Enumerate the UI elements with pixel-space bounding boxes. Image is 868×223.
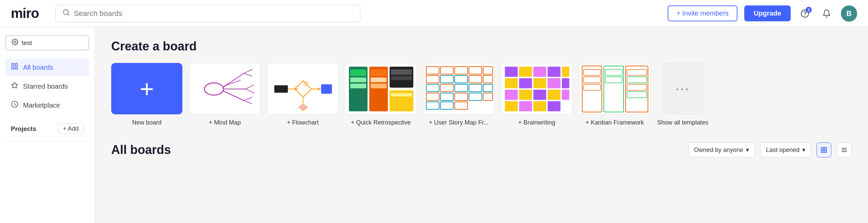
gear-icon: [12, 39, 18, 47]
svg-rect-84: [519, 90, 532, 100]
projects-section: Projects + Add: [5, 118, 89, 134]
notifications-button[interactable]: [819, 6, 834, 21]
svg-rect-77: [562, 67, 569, 77]
quick-retro-thumb: [345, 63, 416, 114]
all-boards-header: All boards Owned by anyone ▾ Last opened…: [111, 142, 852, 157]
top-navigation: miro + Invite members Upgrade 3 B: [0, 0, 868, 27]
search-input[interactable]: [74, 9, 353, 18]
brainwriting-thumb: [501, 63, 572, 114]
mind-map-thumb: [189, 63, 260, 114]
list-view-button[interactable]: [837, 142, 852, 157]
svg-rect-107: [822, 151, 824, 153]
show-all-label: Show all templates: [657, 119, 708, 126]
mind-map-label: + Mind Map: [209, 119, 241, 126]
logo: miro: [11, 6, 39, 21]
help-button[interactable]: 3: [797, 6, 812, 21]
owner-filter-select[interactable]: Owned by anyone ▾: [688, 142, 755, 157]
svg-rect-31: [321, 84, 332, 94]
create-board-title: Create a board: [111, 39, 852, 53]
svg-rect-5: [12, 64, 14, 66]
flowchart-label: + Flowchart: [287, 119, 319, 126]
svg-rect-73: [505, 67, 518, 77]
svg-rect-74: [519, 67, 532, 77]
sort-filter-label: Last opened: [766, 147, 800, 154]
svg-rect-81: [548, 78, 560, 88]
avatar[interactable]: B: [841, 5, 857, 22]
template-card-brainwriting[interactable]: + Brainwriting: [501, 63, 572, 126]
svg-rect-83: [505, 90, 518, 100]
template-card-quick-retro[interactable]: + Quick Retrospective: [345, 63, 416, 126]
sort-filter-chevron: ▾: [802, 146, 805, 154]
all-boards-icon: [11, 63, 18, 72]
sidebar-item-starred-boards[interactable]: Starred boards: [5, 77, 89, 95]
template-card-new-board[interactable]: + New board: [111, 63, 182, 126]
brainwriting-label: + Brainwriting: [518, 119, 555, 126]
svg-rect-108: [825, 151, 827, 153]
sidebar-item-marketplace[interactable]: Marketplace: [5, 96, 89, 114]
svg-rect-36: [350, 69, 366, 76]
main-layout: test All boards Starred boards: [0, 27, 868, 223]
svg-rect-47: [391, 93, 412, 96]
search-icon: [62, 9, 70, 18]
svg-marker-9: [12, 82, 18, 88]
all-boards-label: All boards: [23, 64, 53, 71]
kanban-label: + Kanban Framework: [586, 119, 644, 126]
svg-rect-85: [533, 90, 546, 100]
svg-point-4: [14, 41, 16, 43]
new-board-label: New board: [132, 119, 161, 126]
svg-rect-44: [391, 69, 412, 75]
svg-rect-75: [533, 67, 546, 77]
grid-view-button[interactable]: [816, 142, 831, 157]
svg-rect-106: [825, 148, 827, 150]
template-card-flowchart[interactable]: + Flowchart: [267, 63, 338, 126]
svg-rect-6: [15, 64, 17, 66]
starred-boards-label: Starred boards: [23, 83, 68, 90]
sidebar-item-all-boards[interactable]: All boards: [5, 59, 89, 76]
all-boards-title: All boards: [111, 143, 171, 157]
template-card-user-story[interactable]: + User Story Map Fr...: [423, 63, 494, 126]
star-icon: [11, 82, 18, 91]
svg-rect-37: [350, 77, 366, 82]
svg-rect-86: [548, 90, 560, 100]
template-card-show-all[interactable]: ··· Show all templates: [657, 63, 708, 126]
svg-rect-87: [562, 90, 569, 100]
marketplace-icon: [11, 101, 18, 110]
invite-members-button[interactable]: + Invite members: [668, 5, 737, 21]
svg-rect-76: [548, 67, 560, 77]
svg-rect-82: [562, 78, 569, 88]
svg-rect-78: [505, 78, 518, 88]
templates-row: + New board: [111, 63, 852, 126]
svg-rect-45: [391, 76, 412, 80]
owner-filter-chevron: ▾: [746, 146, 749, 154]
help-badge: 3: [806, 7, 812, 13]
svg-rect-89: [519, 101, 532, 111]
svg-rect-48: [423, 63, 494, 114]
show-all-thumb: ···: [663, 63, 703, 114]
sort-filter-select[interactable]: Last opened ▾: [760, 142, 811, 157]
plus-icon: +: [140, 76, 154, 101]
template-card-mind-map[interactable]: + Mind Map: [189, 63, 260, 126]
svg-rect-90: [533, 101, 546, 111]
workspace-label: test: [22, 39, 32, 47]
template-card-kanban[interactable]: + Kanban Framework: [579, 63, 650, 126]
add-project-button[interactable]: + Add: [58, 124, 84, 134]
svg-rect-40: [371, 69, 387, 76]
kanban-thumb: [579, 63, 650, 114]
search-bar[interactable]: [55, 5, 360, 22]
svg-rect-105: [822, 148, 824, 150]
svg-line-1: [67, 14, 69, 15]
svg-rect-24: [274, 85, 288, 93]
upgrade-button[interactable]: Upgrade: [744, 5, 791, 21]
marketplace-label: Marketplace: [23, 102, 60, 109]
nav-right: + Invite members Upgrade 3 B: [668, 5, 857, 22]
svg-rect-91: [548, 101, 560, 111]
svg-rect-38: [350, 84, 366, 88]
svg-rect-88: [505, 101, 518, 111]
new-board-thumb: +: [111, 63, 182, 114]
main-content: Create a board + New board: [95, 27, 868, 223]
quick-retro-label: + Quick Retrospective: [351, 119, 411, 126]
svg-rect-79: [519, 78, 532, 88]
user-story-label: + User Story Map Fr...: [429, 119, 489, 126]
workspace-button[interactable]: test: [5, 35, 89, 50]
svg-rect-92: [579, 63, 650, 114]
